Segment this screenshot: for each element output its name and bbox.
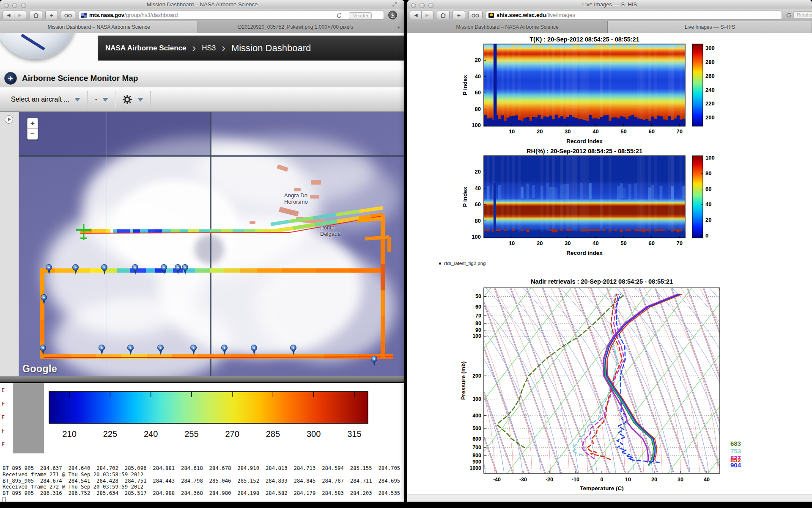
new-page-button[interactable]: + <box>453 11 465 19</box>
play-button[interactable] <box>5 115 13 124</box>
svg-text:50: 50 <box>475 293 481 299</box>
terminal-cursor <box>3 497 6 502</box>
reload-icon[interactable] <box>786 12 792 18</box>
map-pin[interactable] <box>127 345 134 351</box>
map-pin[interactable] <box>101 264 107 271</box>
back-button[interactable]: ◀ <box>3 11 14 19</box>
rh-heatmap-image: 1020304050607020406080100RH(%) : 20-Sep-… <box>457 148 727 259</box>
tab-pskewt-image[interactable]: D20120920_035752_Pskewt.png 1,000×700 pi… <box>198 21 393 33</box>
svg-text:400: 400 <box>472 413 481 419</box>
svg-text:500: 500 <box>472 425 481 431</box>
map-pin[interactable] <box>251 345 257 351</box>
map-canvas[interactable]: Angra DoHeroismo PontaDelgada + − Google <box>19 112 404 376</box>
svg-text:40: 40 <box>705 201 711 207</box>
home-button[interactable] <box>30 11 42 19</box>
downloads-button[interactable] <box>388 11 397 19</box>
right-titlebar[interactable]: Live Images –– S–HIS <box>407 0 812 9</box>
svg-text:753: 753 <box>730 447 741 455</box>
tab-mission-dashboard[interactable]: Mission Dashboard – NASA Airborne Scienc… <box>0 21 198 33</box>
terminal-window[interactable]: BT_895_905 284.637 284.640 284.702 285.0… <box>0 453 404 502</box>
map-pin[interactable] <box>290 345 296 351</box>
breadcrumb-hs3[interactable]: HS3 <box>202 44 216 52</box>
url-field[interactable]: shis.ssec.wisc.edu/live/images <box>486 11 782 19</box>
nav-buttons[interactable]: ◀▶ <box>410 11 433 19</box>
chevron-down-icon[interactable] <box>74 98 80 102</box>
map-pin[interactable] <box>41 294 47 301</box>
terminal-line: BT_895_905 286.316 286.752 285.634 285.5… <box>3 490 404 497</box>
svg-text:900: 900 <box>472 459 481 465</box>
back-button[interactable]: ◀ <box>411 11 422 19</box>
forward-button[interactable]: ▶ <box>422 11 433 19</box>
svg-text:300: 300 <box>705 45 715 51</box>
map-pin[interactable] <box>99 345 105 351</box>
zoom-in-button[interactable]: + <box>27 118 38 129</box>
tk-heatmap-image: 1020304050607020406080100T(K) : 20-Sep-2… <box>457 36 727 148</box>
svg-text:40: 40 <box>593 240 598 246</box>
reload-icon[interactable] <box>336 13 342 19</box>
aircraft-select[interactable]: Select an aircraft ... <box>11 96 69 103</box>
map-pin[interactable] <box>132 264 138 271</box>
flight-track-overlay <box>19 112 404 376</box>
svg-text:P index: P index <box>462 75 468 95</box>
new-tab-button[interactable]: + <box>393 21 404 33</box>
map-pin[interactable] <box>221 345 228 351</box>
glasses-icon <box>472 13 479 18</box>
terminal-line: Received frame 271 @ Thu Sep 20 03:58:59… <box>3 472 404 478</box>
svg-text:240: 240 <box>144 429 158 439</box>
svg-text:90: 90 <box>475 327 481 333</box>
svg-text:80: 80 <box>705 170 711 177</box>
svg-text:Record index: Record index <box>566 250 603 256</box>
file-list-item[interactable]: rtdr_latest_fig2.png <box>444 261 486 266</box>
map-pin[interactable] <box>161 264 167 271</box>
svg-text:70: 70 <box>677 128 683 135</box>
svg-text:0: 0 <box>601 477 604 483</box>
reader-button[interactable]: Reader <box>349 12 372 19</box>
url-host: mts.nasa.gov <box>89 12 124 18</box>
desktop: Mission Dashboard – NASA Airborne Scienc… <box>0 0 812 508</box>
dash-select[interactable]: - <box>95 96 97 103</box>
svg-text:RH(%) : 20-Sep-2012 08:54:25 -: RH(%) : 20-Sep-2012 08:54:25 - 08:55:21 <box>527 148 642 155</box>
svg-text:20: 20 <box>475 168 481 175</box>
svg-text:315: 315 <box>347 429 361 439</box>
svg-text:-30: -30 <box>519 477 527 483</box>
svg-text:80: 80 <box>475 106 481 112</box>
gear-icon[interactable] <box>122 94 132 105</box>
window-bottom-bar <box>0 376 404 382</box>
left-titlebar[interactable]: Mission Dashboard – NASA Airborne Scienc… <box>0 0 404 9</box>
nav-buttons[interactable]: ◀▶ <box>3 11 26 19</box>
svg-text:240: 240 <box>705 87 715 93</box>
map-pin[interactable] <box>175 264 181 271</box>
svg-text:270: 270 <box>225 429 239 439</box>
zoom-out-button[interactable]: − <box>27 129 38 139</box>
svg-text:T(K) : 20-Sep-2012 08:54:25 -: T(K) : 20-Sep-2012 08:54:25 - 08:55:21 <box>529 36 639 43</box>
url-field[interactable]: mts.nasa.gov/group/hs3/dashboard Reader <box>79 11 384 19</box>
tab-live-images[interactable]: Live Images –– S–HIS <box>608 21 812 33</box>
new-page-button[interactable]: + <box>45 11 58 19</box>
reading-list-button[interactable] <box>468 11 483 19</box>
svg-text:220: 220 <box>705 100 715 107</box>
map-pin[interactable] <box>190 345 197 351</box>
aircraft-position-icon[interactable] <box>75 223 92 241</box>
resize-corner-icon[interactable] <box>392 2 398 7</box>
map-pin[interactable] <box>40 345 46 351</box>
left-browser-window: Mission Dashboard – NASA Airborne Scienc… <box>0 0 404 382</box>
map-zoom-control: + − <box>27 118 38 140</box>
terminal-line: Received frame 272 @ Thu Sep 20 03:59:59… <box>3 484 404 490</box>
map-pin[interactable] <box>46 264 52 271</box>
svg-text:0: 0 <box>705 232 708 239</box>
reader-button[interactable]: Reader <box>793 11 812 18</box>
map-pin[interactable] <box>72 264 79 271</box>
map-pin[interactable] <box>157 345 164 351</box>
reading-list-button[interactable] <box>61 11 75 19</box>
forward-button[interactable]: ▶ <box>14 11 25 19</box>
home-button[interactable] <box>437 11 450 19</box>
svg-text:100: 100 <box>472 234 481 240</box>
breadcrumb-site[interactable]: NASA Airborne Science <box>105 44 186 52</box>
chevron-separator-icon: › <box>192 41 196 55</box>
chevron-down-icon[interactable] <box>102 98 108 102</box>
chevron-down-icon[interactable] <box>137 98 143 102</box>
svg-text:60: 60 <box>475 304 481 310</box>
map-pin[interactable] <box>182 264 188 271</box>
map-pin[interactable] <box>371 356 377 362</box>
tab-mission-dashboard[interactable]: Mission Dashboard – NASA Airborne Scienc… <box>407 21 608 33</box>
